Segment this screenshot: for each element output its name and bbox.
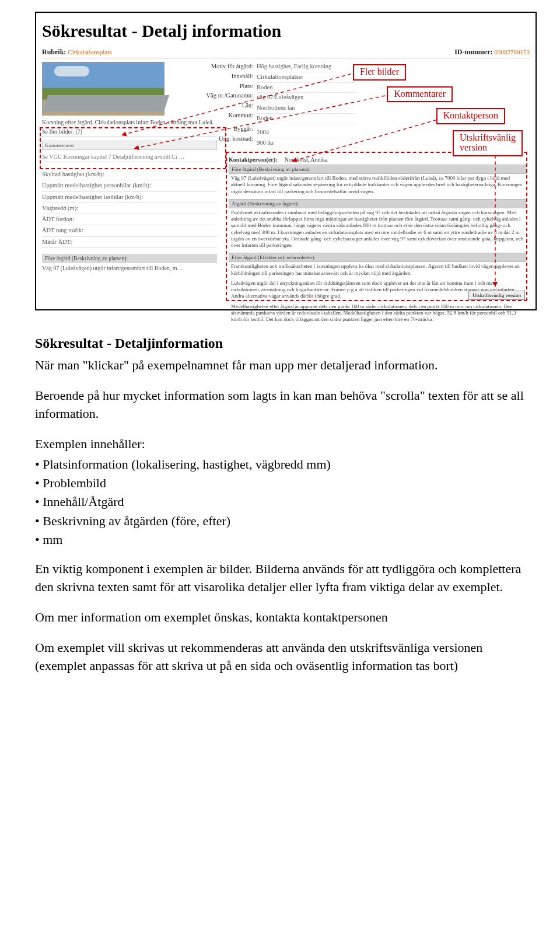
val-kostnad: 900 tkr [257,138,356,149]
lbl-byggar: Byggår: [167,124,253,134]
field-skyltad: Skyltad hastighet (km/h): [42,169,217,180]
field-list: Skyltad hastighet (km/h): Uppmätt medelh… [42,169,217,248]
lbl-plats: Plats: [167,82,253,92]
callout-fler-bilder: Fler bilder [353,64,406,81]
fore-atgard-line: Väg 97 (Luleåvägen) utgör infart/genomfa… [42,263,217,273]
val-kommun: Boden [257,114,356,124]
fore-atgard-header-left: Före åtgärd (Beskrivning av platsen): [42,254,217,263]
id-label: ID-nummer: [454,48,492,56]
center-labels: Motiv för åtgärd: Innehåll: Plats: Väg n… [167,62,253,144]
callout-kontaktperson: Kontaktperson [436,108,505,124]
block-head-3: Efter åtgärd (Effekter och erfarenheter)… [229,253,526,262]
body-list: Platsinformation (lokalisering, hastighe… [35,456,537,549]
block-text-5: Medelhastigheten efter åtgärd är uppmätt… [229,302,526,326]
list-item: Beskrivning av åtgärden (före, efter) [35,512,537,530]
kontakt-label: Kontaktperson(er): [229,156,277,163]
block-text-2: Problemet aktualiserades i samband med b… [229,208,526,252]
val-byggar: 2004 [257,128,356,138]
field-adt-fordon: ÅDT fordon: [42,214,217,225]
rubrik-value: Cirkulationsplats [68,48,111,55]
photo-sky-icon [54,66,89,76]
id-value: 03082780153 [495,48,530,55]
field-vagbredd: Vägbredd (m): [42,203,217,214]
list-item: Platsinformation (lokalisering, hastighe… [35,456,537,473]
body-p3: En viktig komponent i exemplen är bilder… [35,560,537,596]
detail-photo[interactable] [42,62,164,116]
val-motiv: Hög hastighet, Farlig korsning [257,62,356,72]
field-personbil: Uppmätt medelhastighet personbilar (km/h… [42,180,217,191]
print-friendly-button[interactable]: Utskriftsvänlig version [468,291,525,300]
list-item: Innehåll/Åtgärd [35,493,537,511]
kontakt-value: Nordkvist, Annika [285,156,328,163]
panel-title: Sökresultat - Detalj information [42,21,530,41]
kontakt-row: Kontaktperson(er): Nordkvist, Annika [229,156,526,163]
rubrik-label: Rubrik: [42,48,66,56]
block-text-1: Väg 97 (Luleåvägen) utgör infart/genomfa… [229,174,526,197]
body-p2: Beroende på hur mycket information som l… [35,387,537,422]
panel-body: Korsning efter åtgärd. Cirkulationsplats… [42,58,530,303]
list-item: mm [35,531,537,549]
body-p4: Om mer information om exemplet önskas, k… [35,609,537,626]
vgu-link[interactable]: Se VGU Korsningar kapitel 7 Detaljutform… [42,153,217,162]
callout-utskrift: Utskriftsvänlig version [453,130,523,156]
val-lan: Norrbottens län [257,103,356,114]
header-line: Rubrik: Cirkulationsplats ID-nummer: 030… [42,48,530,58]
list-item: Problembild [35,474,537,492]
field-adt-tung: ÅDT tung trafik: [42,225,217,236]
center-values: Hög hastighet, Farlig korsning Cirkulati… [257,62,356,148]
lbl-kostnad: Ung. kostnad: [167,134,253,144]
block-head-2: Åtgärd (Beskrivning av åtgärd): [229,199,526,208]
rubrik: Rubrik: Cirkulationsplats [42,48,112,57]
field-matar: Mätår ÅDT: [42,237,217,248]
body-text: Sökresultat - Detaljinformation När man … [35,334,537,675]
block-head-1: Före åtgärd (Beskrivning av platsen): [229,165,526,174]
val-plats: Boden [257,83,356,93]
val-vag: väg 97/Luleåvägen [257,93,356,103]
body-heading: Sökresultat - Detaljinformation [35,334,537,353]
photo-road-icon [43,95,169,111]
body-list-lead: Exemplen innehåller: [35,435,537,453]
lbl-kommun: Kommun: [167,111,253,121]
idnum: ID-nummer: 03082780153 [454,48,530,57]
block-text-3: Framkomligheten och trafiksäkerheten i k… [229,262,526,279]
lbl-lan: Län: [167,101,253,111]
body-p1: När man "klickar" på exempelnamnet får m… [35,357,537,374]
field-lastbil: Uppmätt medelhastighet lastbilar (km/h): [42,192,217,203]
lbl-vag: Väg nr./Gatunamn: [167,91,253,101]
body-p5: Om exemplet vill skrivas ut rekommendera… [35,639,537,675]
screenshot-panel: Sökresultat - Detalj information Rubrik:… [35,12,537,310]
callout-kommentarer: Kommentarer [387,86,453,103]
lbl-innehall: Innehåll: [167,72,253,82]
val-innehall: Cirkulationsplatser [257,72,356,83]
callout-stack: Fler bilder Kommentarer Kontaktperson Ut… [353,64,523,156]
lbl-motiv: Motiv för åtgärd: [167,62,253,72]
